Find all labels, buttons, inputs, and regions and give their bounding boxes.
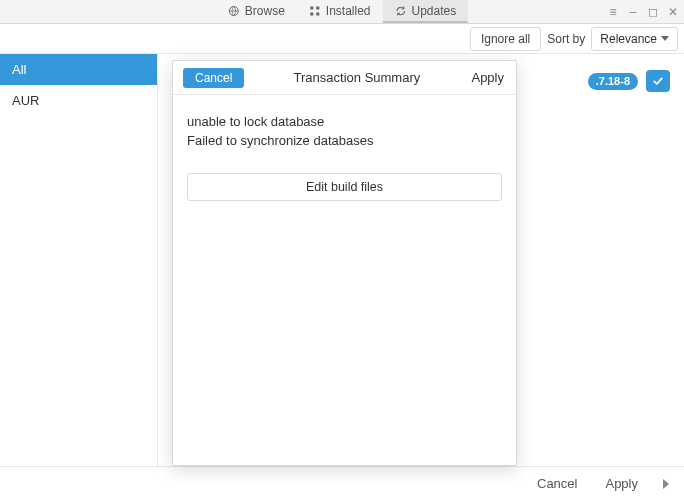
minimize-icon[interactable]: – (626, 5, 640, 19)
sidebar-item-label: AUR (12, 93, 39, 108)
dialog-cancel-button[interactable]: Cancel (183, 68, 244, 88)
ignore-all-button[interactable]: Ignore all (470, 27, 541, 51)
refresh-icon (395, 5, 407, 17)
sort-value: Relevance (600, 32, 657, 46)
tab-updates[interactable]: Updates (383, 0, 469, 23)
check-icon (652, 75, 664, 87)
tab-installed[interactable]: Installed (297, 0, 383, 23)
sidebar-item-all[interactable]: All (0, 54, 157, 85)
svg-rect-2 (316, 6, 319, 9)
footer-bar: Cancel Apply (0, 466, 684, 500)
sidebar-item-aur[interactable]: AUR (0, 85, 157, 116)
package-row[interactable]: .7.18-8 (588, 70, 670, 92)
toolbar: Ignore all Sort by Relevance (0, 24, 684, 54)
version-badge: .7.18-8 (588, 73, 638, 90)
edit-build-files-button[interactable]: Edit build files (187, 173, 502, 201)
svg-rect-1 (310, 6, 313, 9)
sort-by-label: Sort by (547, 32, 585, 46)
content-area: .7.18-8 Cancel Transaction Summary Apply… (158, 54, 684, 466)
menu-icon[interactable]: ≡ (606, 5, 620, 19)
go-forward-button[interactable] (656, 479, 676, 489)
maximize-icon[interactable]: ◻ (646, 5, 660, 19)
svg-rect-4 (316, 12, 319, 15)
sidebar: All AUR (0, 54, 158, 466)
tab-installed-label: Installed (326, 4, 371, 18)
close-icon[interactable]: ✕ (666, 5, 680, 19)
package-select-button[interactable] (646, 70, 670, 92)
grid-icon (309, 5, 321, 17)
error-line: unable to lock database (187, 113, 502, 132)
footer-cancel-button[interactable]: Cancel (527, 472, 587, 495)
chevron-right-icon (663, 479, 669, 489)
sidebar-item-label: All (12, 62, 26, 77)
tab-updates-label: Updates (412, 4, 457, 18)
transaction-dialog: Cancel Transaction Summary Apply unable … (172, 60, 517, 466)
globe-icon (228, 5, 240, 17)
dialog-apply-button[interactable]: Apply (469, 67, 506, 88)
tab-browse[interactable]: Browse (216, 0, 297, 23)
header-bar: Browse Installed Updates ≡ – ◻ ✕ (0, 0, 684, 24)
sort-select[interactable]: Relevance (591, 27, 678, 51)
error-line: Failed to synchronize databases (187, 132, 502, 151)
svg-rect-3 (310, 12, 313, 15)
dialog-title: Transaction Summary (244, 70, 469, 85)
tab-browse-label: Browse (245, 4, 285, 18)
chevron-down-icon (661, 36, 669, 41)
footer-apply-button[interactable]: Apply (595, 472, 648, 495)
